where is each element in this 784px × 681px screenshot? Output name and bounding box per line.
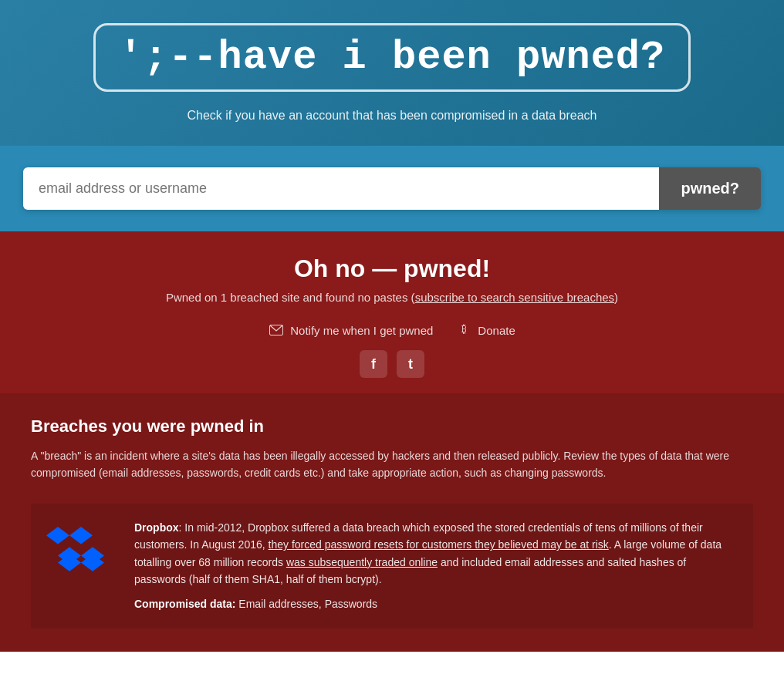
social-links: f t [15,350,769,378]
breach-link2[interactable]: was subsequently traded online [286,556,438,568]
breach-section-title: Breaches you were pwned in [31,416,753,437]
twitter-link[interactable]: t [397,350,424,378]
svg-marker-2 [69,527,93,544]
donate-link[interactable]: ₿ Donate [456,322,515,338]
result-subtitle: Pwned on 1 breached site and found no pa… [15,291,769,304]
result-title: Oh no — pwned! [15,255,769,283]
twitter-icon: t [408,356,413,373]
breach-info: Dropbox: In mid-2012, Dropbox suffered a… [134,519,738,613]
site-title: ';--have i been pwned? [119,35,666,80]
compromised-label: Compromised data: [134,598,235,610]
breach-section: Breaches you were pwned in A "breach" is… [0,393,784,652]
subscribe-link[interactable]: subscribe to search sensitive breaches [415,291,614,304]
search-input[interactable] [23,167,659,210]
envelope-icon [269,322,284,338]
result-subtitle-text: Pwned on 1 breached site and found no pa… [166,291,415,304]
bitcoin-icon: ₿ [456,322,471,338]
notify-link[interactable]: Notify me when I get pwned [269,322,433,338]
header-section: ';--have i been pwned? Check if you have… [0,0,784,146]
compromised-values: Email addresses, Passwords [238,598,377,610]
result-subtitle-end: ) [614,291,618,304]
notify-label: Notify me when I get pwned [290,324,433,337]
breach-link1[interactable]: they forced password resets for customer… [269,538,609,551]
pwned-button[interactable]: pwned? [659,167,761,210]
donate-label: Donate [478,324,515,337]
site-subtitle: Check if you have an account that has be… [15,109,769,123]
compromised-data: Compromised data: Email addresses, Passw… [134,595,738,612]
facebook-link[interactable]: f [360,350,387,378]
breach-card: Dropbox: In mid-2012, Dropbox suffered a… [31,504,753,629]
search-bar: pwned? [23,167,761,210]
breach-text: Dropbox: In mid-2012, Dropbox suffered a… [134,519,738,588]
title-box: ';--have i been pwned? [93,23,691,92]
result-section: Oh no — pwned! Pwned on 1 breached site … [0,231,784,393]
search-section: pwned? [0,146,784,231]
action-links: Notify me when I get pwned ₿ Donate [15,322,769,338]
breach-description: A "breach" is an incident where a site's… [31,447,753,482]
breach-name: Dropbox [134,521,179,534]
dropbox-logo [46,519,116,581]
svg-marker-1 [46,527,69,544]
facebook-icon: f [371,356,376,373]
